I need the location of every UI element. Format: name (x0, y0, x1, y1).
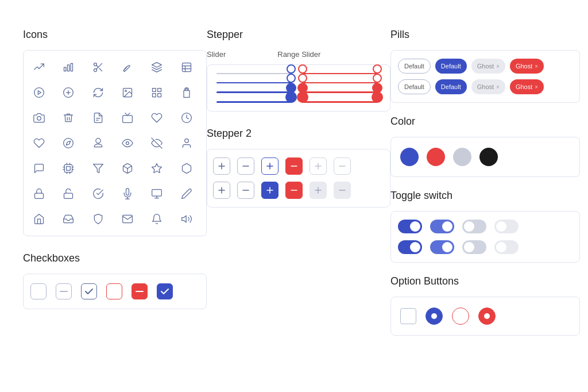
swatch-red[interactable] (427, 148, 445, 166)
toggle-off-light-1[interactable] (494, 220, 519, 233)
icon-clock[interactable] (177, 108, 196, 128)
swatch-gray[interactable] (453, 148, 471, 166)
stepper-minus-red-filled2[interactable] (285, 182, 303, 199)
svg-line-7 (96, 66, 98, 67)
icon-play[interactable] (29, 83, 49, 102)
pill-default-outline-1[interactable]: Default (398, 59, 431, 74)
icon-box[interactable] (118, 159, 137, 178)
icon-grid[interactable] (147, 83, 167, 102)
toggle-off-light-2[interactable] (494, 240, 519, 254)
icon-camera[interactable] (29, 108, 49, 128)
icon-image[interactable] (118, 83, 137, 102)
icon-lock3[interactable] (59, 184, 78, 203)
icon-box2[interactable] (177, 159, 196, 178)
icon-mail[interactable] (118, 209, 137, 229)
icon-filter[interactable] (88, 159, 108, 178)
icon-pen[interactable] (177, 184, 196, 203)
icon-lock[interactable] (177, 83, 196, 102)
icon-compass[interactable] (59, 133, 78, 153)
opt-square-empty[interactable] (400, 308, 416, 324)
icon-eye[interactable] (118, 133, 137, 153)
icon-monitor[interactable] (147, 184, 167, 203)
checkbox-empty[interactable] (30, 283, 47, 299)
svg-rect-27 (123, 116, 133, 123)
icon-star[interactable] (147, 159, 167, 178)
icon-apple[interactable] (88, 133, 108, 153)
stepper-plus-outline2[interactable] (213, 182, 230, 199)
toggle-on-blue-4[interactable] (430, 240, 454, 254)
checkbox-red-filled[interactable] (131, 283, 148, 299)
icon-lock2[interactable] (29, 184, 49, 203)
single-slider-2[interactable] (216, 82, 291, 83)
icon-eye2[interactable] (147, 133, 167, 153)
pill-default-blue-2[interactable]: Default (435, 79, 467, 94)
toggle-on-blue-1[interactable] (398, 220, 422, 233)
toggle-on-blue-3[interactable] (398, 240, 422, 254)
stepper-minus-outline2[interactable] (237, 182, 254, 199)
pill-x-red-1[interactable]: × (535, 63, 538, 70)
checkbox-blue-filled[interactable] (157, 283, 173, 299)
icon-mic[interactable] (118, 184, 137, 203)
single-slider-4[interactable] (216, 101, 291, 103)
icon-refresh[interactable] (88, 83, 108, 102)
pill-x-gray-2[interactable]: × (496, 84, 500, 90)
icon-cpu[interactable] (59, 159, 78, 178)
icon-inbox[interactable] (59, 209, 78, 229)
stepper-minus-gray[interactable] (334, 157, 351, 175)
icon-home[interactable] (29, 209, 49, 229)
stepper-plus-outline[interactable] (213, 157, 230, 175)
pill-x-gray-1[interactable]: × (496, 63, 500, 70)
stepper-plus-gray-filled[interactable] (310, 182, 327, 199)
range-slider-2[interactable] (303, 82, 377, 83)
toggle-on-blue-2[interactable] (430, 220, 454, 233)
icon-volume[interactable] (177, 209, 196, 229)
icon-message[interactable] (29, 159, 49, 178)
icon-bell[interactable] (147, 209, 167, 229)
checkbox-dash[interactable] (56, 283, 72, 299)
opt-circle-blue[interactable] (425, 308, 443, 325)
swatch-blue[interactable] (400, 148, 419, 166)
toggle-off-gray-2[interactable] (462, 240, 486, 254)
icon-chart-line[interactable] (29, 57, 49, 77)
icon-heart[interactable] (147, 108, 167, 128)
icon-user[interactable] (177, 133, 196, 153)
icon-leaf[interactable] (118, 57, 137, 77)
stepper-plus-gray[interactable] (310, 157, 327, 175)
stepper-plus-blue-filled[interactable] (261, 182, 278, 199)
icon-plus-circle[interactable] (59, 83, 78, 102)
single-slider-1[interactable] (216, 73, 291, 74)
icon-tv[interactable] (118, 108, 137, 128)
icon-check-circle[interactable] (88, 184, 108, 203)
range-slider-4[interactable] (303, 101, 377, 103)
icon-bar-chart[interactable] (59, 57, 78, 77)
single-slider-3[interactable] (216, 91, 291, 93)
icon-trash[interactable] (59, 108, 78, 128)
pill-ghost-gray-2[interactable]: Ghost × (471, 79, 505, 94)
toggle-off-gray-1[interactable] (462, 220, 486, 233)
opt-circle-red-outline[interactable] (452, 308, 469, 325)
opt-circle-red-filled[interactable] (478, 308, 496, 325)
svg-rect-0 (64, 67, 66, 71)
pill-default-blue-1[interactable]: Default (435, 59, 467, 74)
checkbox-red-outline[interactable] (106, 283, 122, 299)
icon-list[interactable] (177, 57, 196, 77)
stepper-plus-blue-outline[interactable] (261, 157, 278, 175)
pill-ghost-red-1[interactable]: Ghost × (510, 59, 544, 74)
pill-x-red-2[interactable]: × (535, 84, 538, 90)
pill-ghost-red-2[interactable]: Ghost × (510, 79, 544, 94)
range-slider-1[interactable] (303, 73, 377, 74)
stepper-minus-outline[interactable] (237, 157, 254, 175)
checkbox-check-outline[interactable] (81, 283, 97, 299)
icon-shield[interactable] (88, 209, 108, 229)
pill-default-outline-2[interactable]: Default (398, 79, 431, 94)
toggle-knob-2 (442, 221, 452, 232)
range-slider-3[interactable] (303, 91, 377, 93)
icon-file[interactable] (88, 108, 108, 128)
icon-layers[interactable] (147, 57, 167, 77)
swatch-black[interactable] (479, 148, 498, 166)
icon-scissors[interactable] (88, 57, 108, 77)
stepper-minus-red-filled[interactable] (285, 157, 303, 175)
icon-heart2[interactable] (29, 133, 49, 153)
pill-ghost-gray-1[interactable]: Ghost × (471, 59, 505, 74)
stepper-minus-gray-filled[interactable] (334, 182, 351, 199)
